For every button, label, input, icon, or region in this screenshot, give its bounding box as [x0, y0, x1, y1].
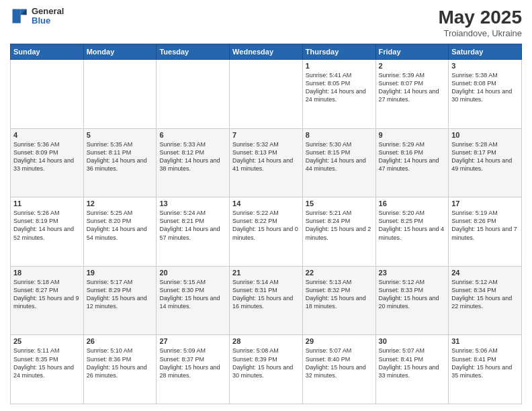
calendar-cell: 20Sunrise: 5:15 AMSunset: 8:30 PMDayligh… — [157, 266, 230, 335]
day-number: 24 — [451, 269, 519, 277]
calendar-cell: 14Sunrise: 5:22 AMSunset: 8:22 PMDayligh… — [230, 197, 303, 267]
calendar-week-row: 1Sunrise: 5:41 AMSunset: 8:05 PMDaylight… — [11, 60, 522, 129]
logo-blue: Blue — [32, 16, 64, 26]
cell-content: Sunrise: 5:10 AMSunset: 8:36 PMDaylight:… — [87, 347, 154, 379]
weekday-header: Tuesday — [157, 44, 230, 60]
calendar-cell: 9Sunrise: 5:29 AMSunset: 8:16 PMDaylight… — [375, 128, 449, 197]
day-number: 11 — [13, 199, 81, 208]
calendar-cell: 10Sunrise: 5:28 AMSunset: 8:17 PMDayligh… — [449, 128, 522, 197]
page: General Blue May 2025 Troiandove, Ukrain… — [0, 0, 532, 411]
header: General Blue May 2025 Troiandove, Ukrain… — [10, 7, 522, 38]
day-number: 19 — [87, 269, 154, 277]
cell-content: Sunrise: 5:12 AMSunset: 8:33 PMDaylight:… — [379, 278, 446, 311]
day-number: 6 — [159, 131, 226, 139]
calendar-cell: 11Sunrise: 5:26 AMSunset: 8:19 PMDayligh… — [11, 197, 84, 267]
day-number: 22 — [306, 269, 373, 277]
day-number: 15 — [306, 199, 373, 208]
calendar-cell: 24Sunrise: 5:12 AMSunset: 8:34 PMDayligh… — [449, 266, 522, 335]
weekday-header: Wednesday — [230, 44, 303, 60]
calendar-cell: 19Sunrise: 5:17 AMSunset: 8:29 PMDayligh… — [83, 266, 157, 335]
weekday-header: Monday — [83, 44, 157, 60]
calendar-week-row: 4Sunrise: 5:36 AMSunset: 8:09 PMDaylight… — [11, 128, 522, 197]
calendar-cell: 23Sunrise: 5:12 AMSunset: 8:33 PMDayligh… — [375, 266, 449, 335]
calendar-cell: 13Sunrise: 5:24 AMSunset: 8:21 PMDayligh… — [157, 197, 230, 267]
weekday-header: Friday — [375, 44, 449, 60]
calendar-cell — [157, 60, 230, 129]
day-number: 3 — [451, 62, 519, 70]
calendar-cell: 7Sunrise: 5:32 AMSunset: 8:13 PMDaylight… — [230, 128, 303, 197]
day-number: 13 — [159, 199, 226, 208]
day-number: 17 — [451, 199, 519, 208]
cell-content: Sunrise: 5:28 AMSunset: 8:17 PMDaylight:… — [451, 140, 519, 173]
logo-icon — [10, 7, 29, 26]
calendar-cell: 17Sunrise: 5:19 AMSunset: 8:26 PMDayligh… — [449, 197, 522, 267]
cell-content: Sunrise: 5:33 AMSunset: 8:12 PMDaylight:… — [159, 140, 226, 173]
cell-content: Sunrise: 5:17 AMSunset: 8:29 PMDaylight:… — [87, 278, 154, 311]
cell-content: Sunrise: 5:36 AMSunset: 8:09 PMDaylight:… — [13, 140, 81, 173]
title-block: May 2025 Troiandove, Ukraine — [438, 7, 522, 38]
calendar-cell: 1Sunrise: 5:41 AMSunset: 8:05 PMDaylight… — [302, 60, 375, 129]
svg-rect-3 — [13, 9, 21, 24]
calendar-cell: 6Sunrise: 5:33 AMSunset: 8:12 PMDaylight… — [157, 128, 230, 197]
day-number: 28 — [232, 337, 300, 345]
calendar-cell: 29Sunrise: 5:07 AMSunset: 8:40 PMDayligh… — [302, 335, 375, 404]
day-number: 23 — [379, 269, 446, 277]
month-year: May 2025 — [438, 7, 522, 28]
day-number: 14 — [232, 199, 300, 208]
cell-content: Sunrise: 5:25 AMSunset: 8:20 PMDaylight:… — [87, 209, 154, 242]
calendar-week-row: 25Sunrise: 5:11 AMSunset: 8:35 PMDayligh… — [11, 335, 522, 404]
day-number: 21 — [232, 269, 300, 277]
cell-content: Sunrise: 5:20 AMSunset: 8:25 PMDaylight:… — [379, 209, 446, 242]
day-number: 8 — [306, 131, 373, 139]
calendar-cell: 21Sunrise: 5:14 AMSunset: 8:31 PMDayligh… — [230, 266, 303, 335]
cell-content: Sunrise: 5:14 AMSunset: 8:31 PMDaylight:… — [232, 278, 300, 311]
calendar-cell: 25Sunrise: 5:11 AMSunset: 8:35 PMDayligh… — [11, 335, 84, 404]
cell-content: Sunrise: 5:13 AMSunset: 8:32 PMDaylight:… — [306, 278, 373, 311]
cell-content: Sunrise: 5:18 AMSunset: 8:27 PMDaylight:… — [13, 278, 81, 311]
calendar-cell: 12Sunrise: 5:25 AMSunset: 8:20 PMDayligh… — [83, 197, 157, 267]
calendar-cell: 4Sunrise: 5:36 AMSunset: 8:09 PMDaylight… — [11, 128, 84, 197]
day-number: 10 — [451, 131, 519, 139]
day-number: 12 — [87, 199, 154, 208]
calendar-cell: 18Sunrise: 5:18 AMSunset: 8:27 PMDayligh… — [11, 266, 84, 335]
logo: General Blue — [10, 7, 64, 26]
day-number: 27 — [159, 337, 226, 345]
location: Troiandove, Ukraine — [438, 28, 522, 38]
cell-content: Sunrise: 5:35 AMSunset: 8:11 PMDaylight:… — [87, 140, 154, 173]
cell-content: Sunrise: 5:12 AMSunset: 8:34 PMDaylight:… — [451, 278, 519, 311]
calendar-cell — [230, 60, 303, 129]
day-number: 29 — [306, 337, 373, 345]
cell-content: Sunrise: 5:32 AMSunset: 8:13 PMDaylight:… — [232, 140, 300, 173]
calendar-cell — [83, 60, 157, 129]
logo-general: General — [32, 7, 64, 16]
day-number: 25 — [13, 337, 81, 345]
calendar-cell: 2Sunrise: 5:39 AMSunset: 8:07 PMDaylight… — [375, 60, 449, 129]
calendar-cell — [11, 60, 84, 129]
calendar-cell: 5Sunrise: 5:35 AMSunset: 8:11 PMDaylight… — [83, 128, 157, 197]
day-number: 18 — [13, 269, 81, 277]
calendar-cell: 16Sunrise: 5:20 AMSunset: 8:25 PMDayligh… — [375, 197, 449, 267]
calendar-cell: 26Sunrise: 5:10 AMSunset: 8:36 PMDayligh… — [83, 335, 157, 404]
day-number: 31 — [451, 337, 519, 345]
weekday-header: Thursday — [302, 44, 375, 60]
cell-content: Sunrise: 5:08 AMSunset: 8:39 PMDaylight:… — [232, 347, 300, 379]
cell-content: Sunrise: 5:38 AMSunset: 8:08 PMDaylight:… — [451, 71, 519, 104]
calendar-week-row: 11Sunrise: 5:26 AMSunset: 8:19 PMDayligh… — [11, 197, 522, 267]
cell-content: Sunrise: 5:21 AMSunset: 8:24 PMDaylight:… — [306, 209, 373, 242]
cell-content: Sunrise: 5:07 AMSunset: 8:40 PMDaylight:… — [306, 347, 373, 379]
day-number: 1 — [306, 62, 373, 70]
cell-content: Sunrise: 5:30 AMSunset: 8:15 PMDaylight:… — [306, 140, 373, 173]
cell-content: Sunrise: 5:22 AMSunset: 8:22 PMDaylight:… — [232, 209, 300, 242]
cell-content: Sunrise: 5:06 AMSunset: 8:41 PMDaylight:… — [451, 347, 519, 379]
logo-text: General Blue — [32, 7, 64, 26]
weekday-header: Sunday — [11, 44, 84, 60]
day-number: 30 — [379, 337, 446, 345]
calendar-cell: 28Sunrise: 5:08 AMSunset: 8:39 PMDayligh… — [230, 335, 303, 404]
cell-content: Sunrise: 5:29 AMSunset: 8:16 PMDaylight:… — [379, 140, 446, 173]
calendar-cell: 27Sunrise: 5:09 AMSunset: 8:37 PMDayligh… — [157, 335, 230, 404]
day-number: 16 — [379, 199, 446, 208]
day-number: 2 — [379, 62, 446, 70]
cell-content: Sunrise: 5:39 AMSunset: 8:07 PMDaylight:… — [379, 71, 446, 104]
cell-content: Sunrise: 5:26 AMSunset: 8:19 PMDaylight:… — [13, 209, 81, 242]
cell-content: Sunrise: 5:11 AMSunset: 8:35 PMDaylight:… — [13, 347, 81, 379]
